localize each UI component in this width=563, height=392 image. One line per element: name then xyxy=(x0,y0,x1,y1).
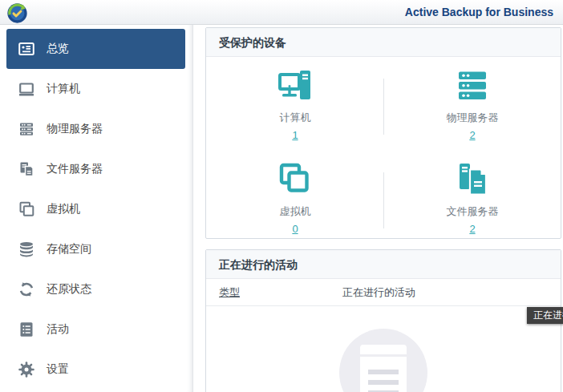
sidebar-item-label: 还原状态 xyxy=(47,282,91,297)
computer-tile-icon xyxy=(277,68,313,103)
sidebar-nav: 总览 计算机 物理服务器 文件服务器 虚拟机 xyxy=(6,29,185,390)
sidebar-item-overview[interactable]: 总览 xyxy=(6,29,185,69)
virtual-machine-icon xyxy=(17,200,36,219)
tile-physical-servers: 物理服务器 2 xyxy=(384,68,561,142)
sidebar-item-settings[interactable]: 设置 xyxy=(6,350,185,390)
column-header-type[interactable]: 类型 xyxy=(206,285,342,300)
computers-count-link[interactable]: 1 xyxy=(292,129,298,141)
sidebar-item-label: 计算机 xyxy=(47,82,80,96)
settings-icon xyxy=(17,360,36,379)
tile-virtual-machines: 虚拟机 0 xyxy=(207,162,383,236)
sidebar-item-restore-status[interactable]: 还原状态 xyxy=(6,269,185,309)
tile-label: 物理服务器 xyxy=(384,111,561,125)
virtual-machine-tile-icon xyxy=(277,162,313,197)
file-servers-count-link[interactable]: 2 xyxy=(469,223,475,235)
empty-state-circle xyxy=(339,329,427,392)
tile-label: 计算机 xyxy=(207,111,383,125)
ongoing-activities-title: 正在进行的活动 xyxy=(206,250,561,279)
activities-table-header: 类型 正在进行的活动 xyxy=(206,279,561,306)
sidebar: 总览 计算机 物理服务器 文件服务器 虚拟机 xyxy=(0,25,193,392)
activity-log-icon xyxy=(17,320,36,339)
sidebar-item-physical-servers[interactable]: 物理服务器 xyxy=(6,109,185,149)
page-title: Active Backup for Business xyxy=(405,6,553,18)
active-backup-logo-icon xyxy=(6,2,28,24)
sidebar-item-label: 虚拟机 xyxy=(47,202,80,216)
sidebar-item-label: 设置 xyxy=(47,362,69,377)
column-header-tooltip: 正在进行的活动 xyxy=(527,307,563,324)
tile-divider xyxy=(383,172,384,228)
sidebar-item-label: 文件服务器 xyxy=(47,162,103,176)
file-server-tile-icon xyxy=(455,162,490,197)
sidebar-item-label: 物理服务器 xyxy=(47,122,103,136)
virtual-machines-count-link[interactable]: 0 xyxy=(292,223,298,235)
protected-devices-tiles: 计算机 1 物理服务器 2 虚拟机 0 xyxy=(206,57,561,238)
sidebar-item-virtual-machines[interactable]: 虚拟机 xyxy=(6,189,185,229)
sidebar-item-file-servers[interactable]: 文件服务器 xyxy=(6,149,185,189)
sidebar-item-computers[interactable]: 计算机 xyxy=(6,69,185,109)
sidebar-item-label: 存储空间 xyxy=(47,242,91,257)
sidebar-item-storage[interactable]: 存储空间 xyxy=(6,229,185,269)
activities-empty-state xyxy=(206,306,561,392)
sidebar-item-activities[interactable]: 活动 xyxy=(6,309,185,350)
tile-file-servers: 文件服务器 2 xyxy=(384,162,561,236)
computer-icon xyxy=(17,79,36,99)
protected-devices-card: 受保护的设备 计算机 1 物理服务器 2 虚拟机 xyxy=(205,27,561,239)
tile-computers: 计算机 1 xyxy=(207,68,383,142)
empty-document-icon xyxy=(360,345,407,392)
file-server-icon xyxy=(17,160,36,179)
tile-label: 虚拟机 xyxy=(207,204,383,219)
tile-divider xyxy=(383,79,384,135)
physical-server-icon xyxy=(17,119,36,139)
column-header-ongoing-activity[interactable]: 正在进行的活动 xyxy=(342,285,561,300)
sidebar-item-label: 总览 xyxy=(47,42,69,56)
protected-devices-title: 受保护的设备 xyxy=(206,28,561,57)
physical-servers-count-link[interactable]: 2 xyxy=(469,129,475,141)
storage-icon xyxy=(17,240,36,259)
physical-server-tile-icon xyxy=(455,68,490,103)
tile-label: 文件服务器 xyxy=(384,204,561,219)
app-header: Active Backup for Business xyxy=(0,0,563,25)
main-content: 受保护的设备 计算机 1 物理服务器 2 虚拟机 xyxy=(194,25,563,392)
overview-icon xyxy=(17,39,36,59)
sidebar-item-label: 活动 xyxy=(47,322,69,337)
ongoing-activities-card: 正在进行的活动 类型 正在进行的活动 xyxy=(205,249,561,392)
restore-status-icon xyxy=(17,280,36,299)
